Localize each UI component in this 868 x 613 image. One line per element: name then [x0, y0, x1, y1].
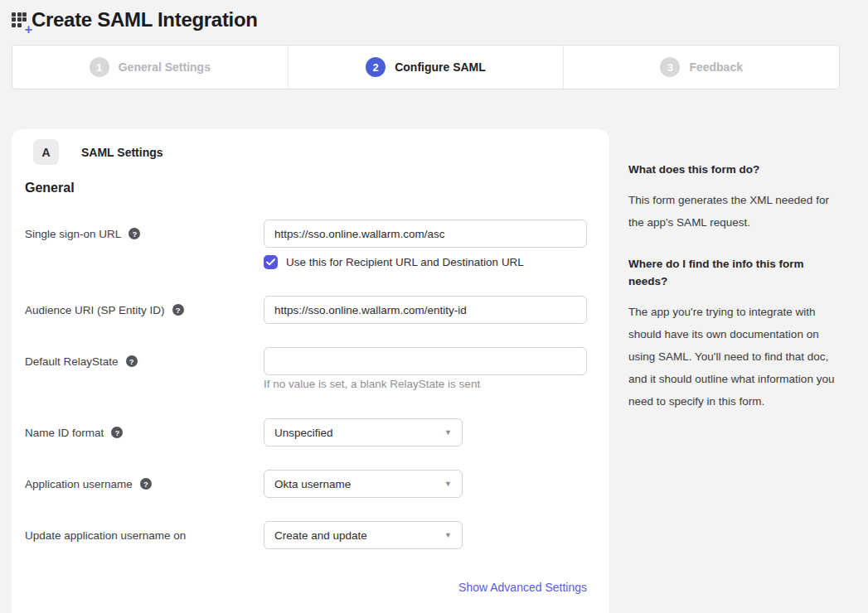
step-1-circle: 1 [90, 57, 109, 77]
sidebar-heading-what: What does this form do? [628, 161, 841, 178]
sso-url-help-icon[interactable]: ? [129, 228, 140, 239]
help-sidebar: What does this form do? This form genera… [628, 161, 841, 434]
show-advanced-settings-link[interactable]: Show Advanced Settings [458, 581, 587, 594]
sso-url-label: Single sign-on URL ? [25, 220, 140, 248]
saml-settings-panel: A SAML Settings General Single sign-on U… [12, 129, 609, 613]
section-title: SAML Settings [81, 146, 163, 159]
name-id-format-select[interactable]: Unspecified ▼ [264, 418, 463, 446]
recipient-url-checkbox-label[interactable]: Use this for Recipient URL and Destinati… [286, 256, 524, 268]
wizard-steps: 1 General Settings 2 Configure SAML 3 Fe… [12, 45, 840, 89]
update-app-username-label-text: Update application username on [25, 529, 186, 542]
sidebar-body-where: The app you're trying to integrate with … [628, 301, 841, 413]
step-3-label: Feedback [689, 60, 743, 74]
application-username-help-icon[interactable]: ? [140, 478, 152, 490]
name-id-format-label: Name ID format ? [25, 418, 123, 446]
step-2-label: Configure SAML [395, 60, 486, 74]
audience-uri-label-text: Audience URI (SP Entity ID) [25, 304, 165, 316]
section-header: A SAML Settings [33, 139, 163, 165]
name-id-format-value: Unspecified [274, 427, 333, 439]
recipient-url-checkbox-row: Use this for Recipient URL and Destinati… [264, 255, 524, 269]
step-3-circle: 3 [660, 57, 680, 77]
relay-state-label: Default RelayState ? [25, 347, 138, 375]
step-1-label: General Settings [119, 60, 211, 74]
sso-url-label-text: Single sign-on URL [25, 228, 121, 240]
sidebar-body-what: This form generates the XML needed for t… [628, 189, 841, 234]
audience-uri-help-icon[interactable]: ? [172, 304, 184, 316]
relay-state-help-icon[interactable]: ? [126, 355, 138, 367]
step-tab-configure-saml[interactable]: 2 Configure SAML [289, 46, 565, 89]
step-tab-feedback[interactable]: 3 Feedback [564, 46, 839, 89]
recipient-url-checkbox[interactable] [264, 255, 278, 269]
application-username-label: Application username ? [25, 470, 152, 498]
step-tab-general-settings[interactable]: 1 General Settings [12, 46, 289, 89]
application-username-value: Okta username [274, 478, 351, 490]
update-app-username-value: Create and update [274, 529, 367, 542]
update-app-username-select[interactable]: Create and update ▼ [264, 521, 463, 549]
chevron-down-icon: ▼ [444, 429, 452, 437]
relay-state-input[interactable] [264, 347, 587, 375]
step-2-circle: 2 [366, 57, 386, 77]
page-title: Create SAML Integration [32, 8, 258, 31]
name-id-format-label-text: Name ID format [25, 427, 104, 439]
update-app-username-label: Update application username on [25, 521, 186, 549]
section-badge: A [33, 139, 59, 165]
chevron-down-icon: ▼ [444, 480, 452, 488]
create-saml-integration-page: + Create SAML Integration 1 General Sett… [0, 0, 868, 613]
application-username-select[interactable]: Okta username ▼ [264, 470, 463, 498]
chevron-down-icon: ▼ [444, 532, 452, 539]
checkmark-icon [266, 258, 275, 266]
relay-state-label-text: Default RelayState [25, 355, 119, 368]
name-id-format-help-icon[interactable]: ? [111, 427, 123, 438]
page-header: + Create SAML Integration [12, 4, 258, 36]
audience-uri-input[interactable] [264, 296, 587, 324]
relay-state-hint: If no value is set, a blank RelayState i… [264, 378, 480, 390]
group-title-general: General [25, 181, 75, 195]
application-username-label-text: Application username [25, 478, 133, 490]
sidebar-heading-where: Where do I find the info this form needs… [628, 255, 841, 290]
audience-uri-label: Audience URI (SP Entity ID) ? [25, 296, 184, 324]
app-grid-plus-icon: + [12, 12, 29, 30]
sso-url-input[interactable] [264, 220, 587, 248]
